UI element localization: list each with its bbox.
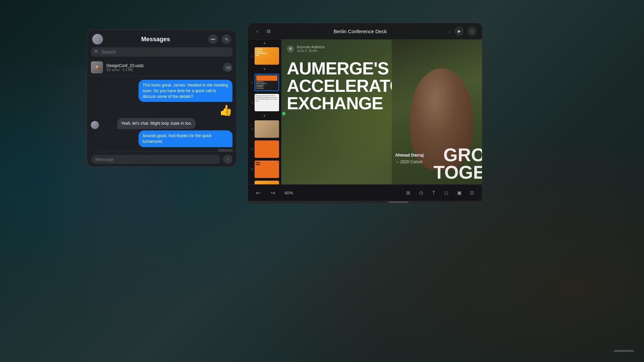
sent-message-2: Sounds good. And thanks for the quick tu… [139, 130, 232, 147]
undo-icon: ↩ [256, 190, 260, 196]
redo-button[interactable]: ↪ [268, 188, 277, 197]
slide-1-label: LILYPADLAUNCHCONFERENCE2023 [255, 47, 279, 57]
undo-button[interactable]: ↩ [253, 188, 263, 197]
messages-more-button[interactable]: ••• [208, 35, 218, 44]
keynote-play-button[interactable]: ▶ [454, 26, 464, 36]
slide-item-6[interactable]: 6 NOWTHEN [248, 159, 281, 179]
slide-item-7[interactable]: 7 [248, 179, 281, 184]
slide-thumbnail-6[interactable]: NOWTHEN [255, 161, 279, 178]
slide-number-3: 3 [250, 101, 253, 104]
contact-avatar [92, 34, 103, 45]
video-icon: 📹 [225, 65, 231, 70]
share-icon: ⬛ [470, 29, 474, 33]
sender-avatar [91, 121, 99, 129]
keynote-window: ‹ ⊟ Berlin Conference Deck ⌄ ▶ ⬛ ▲ [248, 23, 482, 204]
messages-titlebar: Messages ••• ✎ [87, 30, 236, 47]
chevron-down-icon[interactable]: ⌄ [448, 29, 451, 34]
fit-screen-button[interactable]: ⊡ [467, 188, 477, 197]
keynote-share-button[interactable]: ⬛ [467, 26, 477, 36]
video-call-button[interactable]: 📹 [223, 63, 232, 72]
message-input-bar: iMessage ↑ [87, 152, 236, 167]
text-icon: T [432, 190, 435, 195]
scroll-thumb [388, 201, 409, 203]
keynote-back-button[interactable]: ‹ [253, 27, 261, 35]
slide-keynote-label: Keynote Address June 5 Berlin [297, 45, 325, 53]
slide-2-label: AUMERGE'SACCELERATOREXCHANGEGROWINGTOGET… [256, 81, 277, 89]
attachment-preview-bar: 📦 DesignConf_23.usdz 3D asset · 5.4 MB 📹 [87, 59, 236, 76]
play-icon: ▶ [458, 29, 461, 34]
messages-list: 👍 ↗ This looks great, James. Headed to t… [87, 76, 236, 152]
attachment-icon: 📦 [95, 66, 99, 69]
messages-actions: ••• ✎ [208, 35, 231, 44]
slide-growing-text: GRO TOGE [433, 146, 482, 181]
slide-number-4: 4 [250, 127, 253, 131]
slide-person-name: Ahmad Darraj [395, 153, 424, 158]
image-tool-button[interactable]: ▣ [454, 188, 464, 197]
gear-icon: ⚙ [287, 45, 294, 53]
slide-number-5: 5 [250, 147, 253, 151]
chart-tool-button[interactable]: ◷ [416, 188, 426, 197]
keynote-layout-button[interactable]: ⊟ [265, 27, 273, 35]
attachment-info: DesignConf_23.usdz 3D asset · 5.4 MB [106, 63, 220, 72]
sent-message-1: This looks great, James. Headed to the m… [139, 80, 232, 102]
fit-screen-icon: ⊡ [470, 190, 474, 195]
main-slide-preview[interactable]: ⚙ Keynote Address June 5 Berlin AUMERGE'… [281, 40, 482, 184]
slide-thumbnail-3[interactable]: Aumerge was founded in 2013 to connect n… [255, 94, 279, 111]
slide-thumbnail-7[interactable] [255, 181, 279, 184]
slide-item-5[interactable]: 5 [248, 139, 281, 159]
send-button[interactable]: ↑ [223, 155, 232, 164]
attachment-meta: 3D asset · 5.4 MB [106, 68, 220, 72]
image-icon: ▣ [457, 190, 462, 195]
slide-2-orange-bar [256, 75, 277, 81]
slide-number-6: 6 [250, 168, 253, 171]
search-input[interactable]: Search [101, 49, 116, 55]
slide-item-1[interactable]: 1 LILYPADLAUNCHCONFERENCE2023 [248, 46, 281, 66]
keynote-content-area: ▲ 1 LILYPADLAUNCHCONFERENCE2023 ▼ 2 AUME… [248, 40, 482, 184]
slide-cohort-label: → 2020 Cohort [395, 160, 422, 164]
search-bar[interactable]: 🔍 Search [91, 47, 232, 57]
windows-container: Messages ••• ✎ 🔍 Search 📦 DesignConf_23.… [0, 0, 644, 362]
slide-thumbnail-5[interactable] [255, 140, 279, 158]
slide-item-3[interactable]: 3 Aumerge was founded in 2013 to connect… [248, 93, 281, 113]
chart-icon: ◷ [419, 190, 423, 195]
back-icon: ‹ [257, 28, 258, 34]
message-delivered-status: Delivered [87, 148, 232, 152]
slide-preview-content: ⚙ Keynote Address June 5 Berlin AUMERGE'… [281, 40, 482, 184]
slide-number-2: 2 [250, 81, 253, 84]
slides-section-separator[interactable]: ▼ [248, 113, 281, 119]
messages-title: Messages [141, 36, 170, 43]
received-message-1: Yeah, let's chat. Might loop Juale in to… [117, 118, 196, 129]
slide-item-4[interactable]: 4 [248, 119, 281, 139]
slide-thumbnail-4[interactable] [255, 120, 279, 138]
keynote-scroll-bar[interactable] [248, 201, 482, 203]
shape-tool-button[interactable]: ◻ [442, 188, 451, 197]
shape-icon: ◻ [444, 190, 448, 195]
zoom-level: 40% [283, 190, 295, 195]
table-tool-button[interactable]: ⊞ [404, 188, 413, 197]
keynote-topbar: ‹ ⊟ Berlin Conference Deck ⌄ ▶ ⬛ [248, 23, 482, 40]
table-icon: ⊞ [406, 190, 410, 195]
slide-item-2[interactable]: 2 AUMERGE'SACCELERATOREXCHANGEGROWINGTOG… [248, 72, 281, 93]
message-input[interactable]: iMessage [91, 155, 220, 164]
keynote-toolbar: ↩ ↪ 40% ⊞ ◷ T ◻ ▣ [248, 184, 482, 201]
messages-compose-button[interactable]: ✎ [222, 35, 231, 44]
layout-icon: ⊟ [267, 28, 271, 34]
slide-header-row: ⚙ Keynote Address June 5 Berlin [287, 45, 325, 53]
slide-number-1: 1 [250, 54, 253, 58]
emoji-message: 👍 [219, 104, 232, 117]
drag-handle[interactable] [614, 350, 634, 352]
slide-thumbnail-2[interactable]: AUMERGE'SACCELERATOREXCHANGEGROWINGTOGET… [255, 74, 279, 91]
attachment-thumbnail: 📦 [91, 61, 103, 73]
toolbar-icon-group: ⊞ ◷ T ◻ ▣ ⊡ [404, 188, 477, 197]
slide-thumbnail-1[interactable]: LILYPADLAUNCHCONFERENCE2023 [255, 47, 279, 65]
slides-scroll-indicator[interactable]: ▼ [248, 66, 281, 72]
attachment-name: DesignConf_23.usdz [106, 63, 220, 68]
text-tool-button[interactable]: T [429, 188, 438, 197]
slides-panel: ▲ 1 LILYPADLAUNCHCONFERENCE2023 ▼ 2 AUME… [248, 40, 281, 184]
slide-3-label: Aumerge was founded in 2013 to connect n… [256, 95, 278, 102]
active-indicator-dot [282, 112, 285, 115]
slides-scroll-up[interactable]: ▲ [248, 40, 281, 46]
slide-main-headline: AUMERGE'S ACCELERATOR EXCHANGE [287, 60, 402, 112]
messages-window: Messages ••• ✎ 🔍 Search 📦 DesignConf_23.… [87, 29, 237, 167]
redo-icon: ↪ [271, 190, 275, 196]
